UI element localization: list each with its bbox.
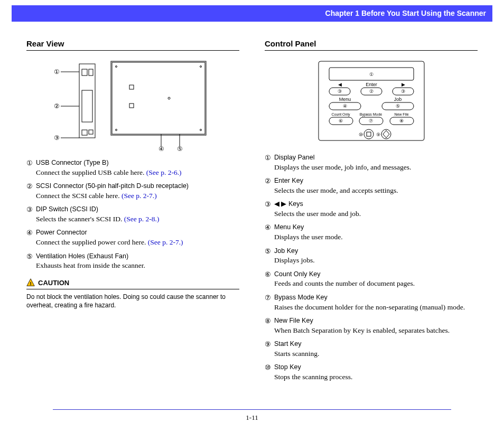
callout-number: ⑤ bbox=[26, 252, 33, 261]
caution-text: Do not block the ventilation holes. Doin… bbox=[26, 293, 239, 309]
rear-view-list: ① USB Connector (Type B) Connect the sup… bbox=[26, 158, 239, 270]
callout-label: Power Connector bbox=[36, 229, 87, 236]
callout-number: ① bbox=[265, 153, 271, 163]
callout-label: Menu Key bbox=[274, 223, 304, 231]
callout-desc: Selects the user mode, and accepts setti… bbox=[274, 186, 478, 195]
callout-item: ⑦ Bypass Mode Key Raises the document ho… bbox=[265, 293, 478, 312]
svg-text:③: ③ bbox=[401, 89, 405, 94]
callout-label: ◀ ▶ Keys bbox=[274, 200, 303, 208]
callout-number: ⑨ bbox=[265, 340, 271, 349]
callout-desc: Raises the document holder for the non-s… bbox=[274, 303, 478, 312]
svg-rect-4 bbox=[89, 69, 93, 76]
svg-rect-1 bbox=[112, 62, 205, 134]
svg-text:◀: ◀ bbox=[338, 82, 341, 87]
callout-desc: Displays jobs. bbox=[274, 256, 478, 265]
callout-label: Enter Key bbox=[274, 177, 303, 184]
callout-item: ⑨ Start Key Starts scanning. bbox=[265, 340, 478, 359]
callout-number: ③ bbox=[265, 200, 271, 209]
callout-number: ④ bbox=[26, 228, 33, 238]
callout-number: ② bbox=[26, 182, 33, 191]
callout-label: DIP Switch (SCSI ID) bbox=[36, 205, 98, 213]
callout-label: Count Only Key bbox=[274, 270, 321, 278]
svg-point-11 bbox=[116, 66, 117, 68]
page-ref-link[interactable]: (See p. 2-8.) bbox=[124, 215, 160, 223]
svg-text:⑧: ⑧ bbox=[399, 118, 404, 124]
callout-number: ② bbox=[265, 176, 271, 186]
svg-rect-0 bbox=[111, 61, 206, 135]
control-panel-heading: Control Panel bbox=[265, 39, 478, 51]
svg-point-12 bbox=[200, 66, 202, 68]
callout-number: ④ bbox=[265, 223, 271, 232]
callout-desc: Starts scanning. bbox=[274, 349, 478, 359]
callout-item: ⑤ Ventilation Holes (Exhaust Fan) Exhaus… bbox=[26, 252, 239, 271]
callout-item: ③ DIP Switch (SCSI ID) Selects the scann… bbox=[26, 205, 239, 224]
svg-text:①: ① bbox=[54, 68, 60, 76]
callout-label: Stop Key bbox=[274, 363, 301, 371]
chapter-header: Chapter 1 Before You Start Using the Sca… bbox=[12, 5, 492, 22]
callout-desc: Connect the SCSI cable here. (See p. 2-7… bbox=[36, 191, 239, 201]
svg-text:③: ③ bbox=[338, 89, 342, 94]
svg-text:⑩: ⑩ bbox=[359, 132, 363, 137]
callout-desc: Displays the user mode. bbox=[274, 232, 478, 242]
svg-text:④: ④ bbox=[343, 104, 347, 109]
svg-text:Bypass Mode: Bypass Mode bbox=[359, 112, 382, 117]
right-column: Control Panel bbox=[265, 32, 478, 386]
callout-desc: Connect the supplied power cord here. (S… bbox=[36, 238, 239, 247]
page-ref-link[interactable]: (See p. 2-7.) bbox=[122, 192, 157, 200]
callout-item: ⑤ Job Key Displays jobs. bbox=[265, 247, 478, 266]
callout-desc: Connect the supplied USB cable here. (Se… bbox=[36, 168, 239, 177]
control-panel-list: ① Display Panel Displays the user mode, … bbox=[265, 153, 478, 382]
svg-rect-5 bbox=[82, 90, 92, 122]
page-content: Rear View bbox=[0, 22, 504, 386]
svg-text:Count Only: Count Only bbox=[331, 112, 350, 117]
svg-rect-3 bbox=[82, 69, 87, 76]
callout-label: Start Key bbox=[274, 340, 301, 348]
callout-desc: When Batch Separation by Key is enabled,… bbox=[274, 326, 478, 335]
callout-item: ② Enter Key Selects the user mode, and a… bbox=[265, 176, 478, 195]
callout-number: ⑦ bbox=[265, 293, 271, 303]
rear-view-diagram: ① ② ③ ④ ⑤ bbox=[48, 56, 239, 151]
svg-text:⑦: ⑦ bbox=[369, 118, 373, 124]
callout-item: ① USB Connector (Type B) Connect the sup… bbox=[26, 158, 239, 177]
svg-rect-16 bbox=[129, 104, 134, 108]
callout-number: ⑩ bbox=[265, 363, 271, 372]
callout-desc: Exhausts heat from inside the scanner. bbox=[36, 261, 239, 270]
svg-text:⑤: ⑤ bbox=[396, 104, 400, 109]
svg-text:New File: New File bbox=[394, 112, 408, 116]
caution-heading: ! CAUTION bbox=[26, 278, 239, 288]
page-ref-link[interactable]: (See p. 2-6.) bbox=[146, 168, 182, 176]
control-panel-diagram: ① ◀ Enter ▶ ③ ② ③ Menu Job ④ ⑤ Count Onl… bbox=[308, 56, 435, 146]
callout-desc: Selects the scanner's SCSI ID. (See p. 2… bbox=[36, 214, 239, 224]
svg-point-17 bbox=[168, 97, 170, 99]
svg-text:⑨: ⑨ bbox=[376, 132, 380, 137]
svg-text:Job: Job bbox=[394, 97, 402, 102]
divider bbox=[26, 289, 239, 289]
svg-text:Enter: Enter bbox=[366, 82, 377, 87]
callout-item: ④ Menu Key Displays the user mode. bbox=[265, 223, 478, 242]
callout-item: ⑩ Stop Key Stops the scanning process. bbox=[265, 363, 478, 382]
svg-rect-39 bbox=[367, 132, 371, 136]
callout-label: SCSI Connector (50-pin half-pitch D-sub … bbox=[36, 182, 189, 190]
svg-text:②: ② bbox=[369, 89, 374, 94]
callout-label: New File Key bbox=[274, 317, 313, 324]
page-ref-link[interactable]: (See p. 2-7.) bbox=[148, 238, 183, 246]
svg-rect-7 bbox=[89, 130, 93, 134]
callout-desc: Stops the scanning process. bbox=[274, 372, 478, 382]
svg-text:④: ④ bbox=[158, 145, 164, 151]
svg-text:⑤: ⑤ bbox=[177, 145, 183, 151]
callout-number: ⑧ bbox=[265, 316, 271, 326]
svg-text:①: ① bbox=[369, 72, 374, 77]
callout-item: ⑧ New File Key When Batch Separation by … bbox=[265, 316, 478, 335]
callout-item: ① Display Panel Displays the user mode, … bbox=[265, 153, 478, 172]
callout-label: Ventilation Holes (Exhaust Fan) bbox=[36, 252, 128, 260]
svg-text:②: ② bbox=[54, 102, 60, 110]
svg-point-14 bbox=[200, 129, 202, 131]
callout-desc: Selects the user mode and job. bbox=[274, 209, 478, 219]
callout-item: ② SCSI Connector (50-pin half-pitch D-su… bbox=[26, 182, 239, 201]
svg-text:!: ! bbox=[30, 280, 31, 286]
footer-divider bbox=[53, 409, 451, 410]
callout-number: ⑥ bbox=[265, 270, 271, 279]
rear-view-heading: Rear View bbox=[26, 39, 239, 51]
svg-marker-40 bbox=[383, 130, 389, 138]
caution-label: CAUTION bbox=[38, 278, 69, 288]
